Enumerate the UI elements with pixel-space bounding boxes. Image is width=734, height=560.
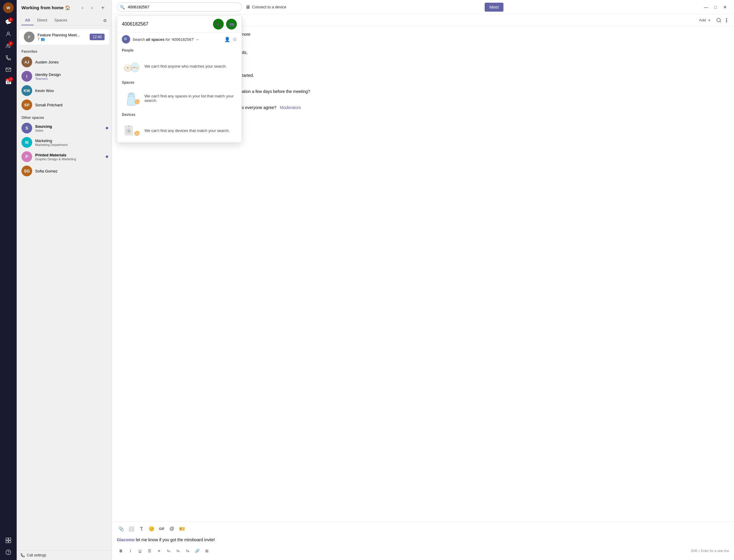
cast-icon: 🖥 xyxy=(245,4,250,10)
add-people-button[interactable]: Add xyxy=(697,17,714,24)
search-all-row[interactable]: 🔍 Search all spaces for '4006182567' → 👤… xyxy=(117,33,242,46)
people-empty-text: We can't find anyone who matches your se… xyxy=(144,64,227,69)
tab-spaces[interactable]: Spaces xyxy=(51,15,71,25)
svg-point-0 xyxy=(7,32,10,34)
cat-illustration xyxy=(122,58,141,74)
search-all-icon: 🔍 xyxy=(122,35,130,43)
video-call-button[interactable]: 📹 xyxy=(226,19,237,29)
sidebar-item-chat[interactable]: 💬 4 xyxy=(3,17,14,27)
list-item[interactable]: AJ Austen Jones xyxy=(17,55,112,69)
spaces-empty-text: We can't find any spaces in your list th… xyxy=(144,94,237,103)
mention-button[interactable]: @ xyxy=(167,524,176,533)
close-button[interactable]: ✕ xyxy=(721,3,729,11)
filter-icon[interactable]: ⚙ xyxy=(103,18,107,23)
list-item[interactable]: SP Sonali Pritchard xyxy=(17,98,112,112)
sidebar-item-calendar[interactable]: 📅 17 xyxy=(3,76,14,87)
svg-point-26 xyxy=(717,18,720,22)
whiteboard-button[interactable]: ⬜ xyxy=(127,524,136,533)
list-item[interactable]: SG Sofia Gomez xyxy=(17,164,112,178)
link-button[interactable]: 🔗 xyxy=(193,547,201,555)
add-label: Add xyxy=(699,18,706,22)
contact-name: Austen Jones xyxy=(35,60,59,64)
space-name: Marketing xyxy=(35,139,68,143)
nav-forward-button[interactable]: › xyxy=(88,4,96,12)
attendee-count: 7 xyxy=(38,37,40,41)
calendar-badge: 17 xyxy=(8,77,13,82)
spaces-section-label: Spaces xyxy=(122,80,237,85)
meeting-name: Feature Planning Meet... xyxy=(38,33,87,37)
call-settings-button[interactable]: Call settings xyxy=(17,550,112,560)
minimize-button[interactable]: — xyxy=(702,3,710,11)
left-rail: W 💬 4 3 📅 17 xyxy=(0,0,17,560)
search-wrapper: 🔍 xyxy=(117,2,242,12)
sticker-button[interactable]: 🎫 xyxy=(178,524,186,533)
attach-button[interactable]: 📎 xyxy=(117,524,126,533)
svg-point-1 xyxy=(7,44,8,46)
sidebar-item-voicemail[interactable] xyxy=(3,64,14,75)
tab-direct[interactable]: Direct xyxy=(34,15,51,25)
svg-rect-5 xyxy=(9,538,11,540)
underline-button[interactable]: U xyxy=(136,547,144,555)
sidebar-item-apps[interactable] xyxy=(3,535,14,546)
search-all-text: Search all spaces for '4006182567' → xyxy=(133,37,199,42)
svg-point-28 xyxy=(726,18,727,19)
italic-button[interactable]: I xyxy=(126,547,135,555)
bullet-list-button[interactable]: ☰ xyxy=(145,547,154,555)
user-avatar[interactable]: W xyxy=(3,2,14,13)
list-item[interactable]: P Printed Materials Graphic Design & Mar… xyxy=(17,150,112,164)
list-item[interactable]: KW Kevin Woo xyxy=(17,83,112,98)
list-item[interactable]: S Sourcing Sales xyxy=(17,121,112,135)
sidebar-item-contacts[interactable]: 3 xyxy=(3,41,14,51)
compose-hint: Shift + Enter for a new line xyxy=(691,549,729,553)
tab-all[interactable]: All xyxy=(21,15,34,25)
search-query-display: 4006182567 xyxy=(122,21,211,27)
speaker-illustration xyxy=(122,122,141,139)
list-item[interactable]: I Identity Design Teamers xyxy=(17,69,112,83)
text-format-button[interactable]: Ꚍ xyxy=(137,524,146,533)
tabs-bar: All Direct Spaces ⚙ xyxy=(17,15,112,26)
svg-point-9 xyxy=(8,553,9,554)
call-settings-label: Call settings xyxy=(27,553,46,557)
list-item[interactable]: M Marketing Marketing Department xyxy=(17,135,112,150)
bold-button[interactable]: B xyxy=(117,547,125,555)
h1-button[interactable]: h₁ xyxy=(164,547,173,555)
avatar: KW xyxy=(21,85,32,96)
space-avatar: P xyxy=(21,151,32,162)
numbered-list-button[interactable]: ≡ xyxy=(155,547,163,555)
chat-search-icon[interactable] xyxy=(716,18,721,23)
svg-point-29 xyxy=(726,20,727,20)
more-options-icon[interactable] xyxy=(724,18,729,23)
maximize-button[interactable]: □ xyxy=(711,3,720,11)
compose-area: 📎 ⬜ Ꚍ 🙂 GIF @ 🎫 Giacomo let me know if y… xyxy=(112,522,734,560)
nav-back-button[interactable]: ‹ xyxy=(78,4,87,12)
gif-button[interactable]: GIF xyxy=(157,524,166,533)
people-icon[interactable]: 👤 xyxy=(224,37,230,42)
audio-call-button[interactable]: 📞 xyxy=(213,19,224,29)
join-meeting-button[interactable]: 12:40 xyxy=(90,34,105,40)
connect-device-button[interactable]: 🖥 Connect to a device xyxy=(245,4,286,10)
moderators-link[interactable]: Moderators xyxy=(280,105,301,110)
spaces-empty: We can't find any spaces in your list th… xyxy=(117,88,242,110)
bottle-illustration xyxy=(122,90,141,107)
sidebar-item-help[interactable] xyxy=(3,547,14,558)
h3-button[interactable]: h₃ xyxy=(183,547,192,555)
sidebar-item-calls[interactable] xyxy=(3,52,14,63)
gear-icon[interactable]: ⚙ xyxy=(233,37,237,42)
sidebar-item-people[interactable] xyxy=(3,29,14,39)
search-input[interactable] xyxy=(117,2,242,12)
compose-input[interactable]: Giacomo let me know if you got the mirob… xyxy=(117,535,729,547)
contact-name: Identity Design xyxy=(35,72,61,77)
svg-rect-7 xyxy=(9,541,11,543)
h2-button[interactable]: h₂ xyxy=(174,547,182,555)
meeting-row[interactable]: F Feature Planning Meet... 7 👥 12:40 xyxy=(19,29,109,45)
new-chat-button[interactable]: + xyxy=(99,4,107,12)
attendee-icon: 👥 xyxy=(41,37,45,41)
chat-badge: 4 xyxy=(8,17,13,22)
meet-button[interactable]: Meet xyxy=(485,3,503,12)
loop-button[interactable]: ⊞ xyxy=(203,547,211,555)
emoji-button[interactable]: 🙂 xyxy=(147,524,156,533)
svg-line-27 xyxy=(720,21,721,22)
space-avatar: S xyxy=(21,123,32,133)
search-icon: 🔍 xyxy=(120,5,125,10)
space-name: Printed Materials xyxy=(35,153,76,157)
